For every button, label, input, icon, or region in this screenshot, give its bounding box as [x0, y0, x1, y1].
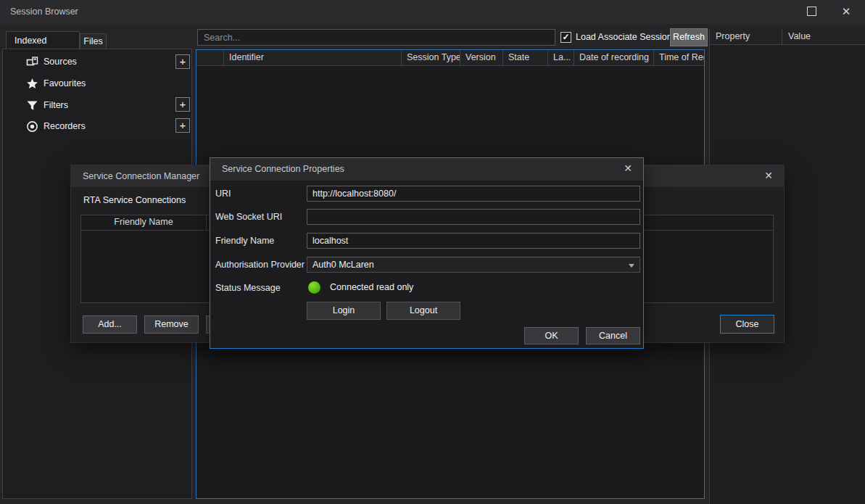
- sidebar-item-label: Filters: [44, 97, 68, 114]
- maximize-button[interactable]: [800, 0, 824, 24]
- maximize-icon: [807, 7, 816, 16]
- add-recorder-button[interactable]: +: [175, 118, 190, 133]
- column-header-version[interactable]: Version: [460, 50, 503, 66]
- close-icon: ✕: [764, 170, 773, 181]
- close-icon: ✕: [624, 162, 632, 174]
- window-titlebar[interactable]: Session Browser ✕: [0, 0, 865, 24]
- web-socket-uri-label: Web Socket URI: [215, 209, 307, 225]
- load-associate-sessions-label: Load Associate Sessions: [576, 29, 676, 46]
- uri-field[interactable]: [307, 186, 640, 202]
- connection-status-icon: [308, 281, 320, 294]
- properties-dialog-titlebar[interactable]: Service Connection Properties ✕: [210, 158, 643, 181]
- column-header-friendly-name[interactable]: Friendly Name: [81, 215, 207, 230]
- close-icon: ✕: [842, 5, 851, 17]
- authorisation-provider-value: Auth0 McLaren: [313, 260, 374, 270]
- search-input[interactable]: [197, 29, 555, 46]
- add-source-button[interactable]: +: [175, 54, 190, 69]
- tab-files[interactable]: Files: [80, 33, 107, 49]
- ok-button[interactable]: OK: [524, 327, 579, 344]
- session-table-header: Identifier Session Type Version State La…: [196, 50, 704, 66]
- recorder-icon: [26, 120, 38, 133]
- friendly-name-field[interactable]: [307, 233, 640, 249]
- session-browser-window: Session Browser ✕ Indexed Sources Files …: [0, 0, 865, 504]
- uri-label: URI: [215, 186, 307, 202]
- sidebar-item-label: Sources: [44, 54, 77, 70]
- properties-dialog-title: Service Connection Properties: [222, 158, 344, 180]
- add-filter-button[interactable]: +: [175, 97, 190, 112]
- filter-icon: [26, 99, 38, 112]
- column-header-date-of-recording[interactable]: Date of recording: [574, 50, 654, 66]
- tab-indexed-sources[interactable]: Indexed Sources: [6, 31, 80, 49]
- manager-dialog-close-button[interactable]: ✕: [759, 165, 778, 187]
- property-panel-header: Property Value: [710, 29, 865, 45]
- service-connection-properties-dialog: Service Connection Properties ✕ URI Web …: [210, 157, 644, 349]
- refresh-button[interactable]: Refresh: [670, 28, 708, 46]
- authorisation-provider-label: Authorisation Provider: [215, 257, 307, 273]
- column-header-property[interactable]: Property: [710, 29, 782, 45]
- sidebar-item-label: Favourites: [44, 75, 86, 92]
- status-message-text: Connected read only: [330, 280, 413, 295]
- window-close-button[interactable]: ✕: [834, 0, 858, 24]
- add-connection-button[interactable]: Add...: [83, 315, 137, 334]
- sidebar-item-filters[interactable]: Filters: [3, 97, 191, 114]
- column-header-time-of-recording[interactable]: Time of Reco: [654, 50, 704, 66]
- sources-icon: [26, 56, 38, 68]
- manager-dialog-title: Service Connection Manager: [83, 165, 199, 187]
- manager-close-button[interactable]: Close: [720, 315, 774, 334]
- rta-service-connections-label: RTA Service Connections: [83, 193, 186, 207]
- load-associate-sessions-checkbox[interactable]: ✓: [560, 32, 571, 43]
- star-icon: [26, 78, 38, 90]
- sidebar-item-sources[interactable]: Sources: [3, 54, 191, 70]
- column-header-la[interactable]: La...: [548, 50, 574, 66]
- sidebar-item-favourites[interactable]: Favourites: [3, 75, 191, 92]
- sidebar-item-label: Recorders: [44, 118, 86, 135]
- check-icon: ✓: [562, 32, 569, 42]
- column-header-state[interactable]: State: [503, 50, 548, 66]
- column-header-session-type[interactable]: Session Type: [402, 50, 460, 66]
- status-message-label: Status Message: [215, 280, 307, 296]
- remove-connection-button[interactable]: Remove: [144, 315, 199, 334]
- web-socket-uri-field[interactable]: [307, 209, 640, 225]
- logout-button[interactable]: Logout: [386, 302, 460, 320]
- properties-dialog-close-button[interactable]: ✕: [618, 158, 637, 180]
- column-header-value[interactable]: Value: [782, 29, 865, 45]
- cancel-button[interactable]: Cancel: [586, 327, 640, 344]
- window-title: Session Browser: [10, 0, 78, 24]
- chevron-down-icon: [629, 264, 634, 268]
- sidebar-item-recorders[interactable]: Recorders: [3, 118, 191, 135]
- authorisation-provider-dropdown[interactable]: Auth0 McLaren: [307, 257, 640, 273]
- column-header-selector[interactable]: [196, 50, 224, 66]
- column-header-identifier[interactable]: Identifier: [224, 50, 402, 66]
- login-button[interactable]: Login: [307, 302, 381, 320]
- friendly-name-label: Friendly Name: [215, 233, 307, 249]
